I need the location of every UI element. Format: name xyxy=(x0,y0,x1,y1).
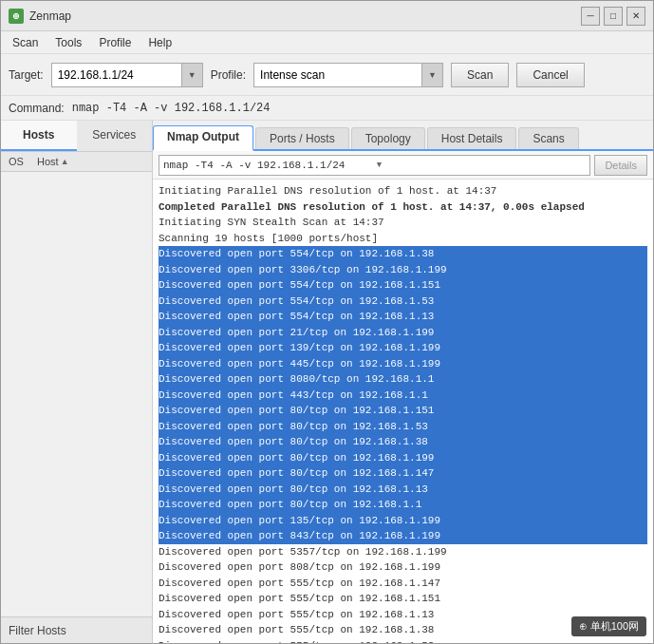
output-line: Discovered open port 80/tcp on 192.168.1… xyxy=(159,403,647,419)
maximize-button[interactable]: □ xyxy=(604,7,623,26)
os-column-header: OS xyxy=(5,154,33,169)
titlebar: ⊕ Zenmap ─ □ ✕ xyxy=(1,1,653,31)
profile-dropdown-arrow[interactable]: ▼ xyxy=(421,64,442,86)
output-line: Discovered open port 8080/tcp on 192.168… xyxy=(159,371,647,388)
output-line: Discovered open port 555/tcp on 192.168.… xyxy=(159,591,647,607)
output-line: Discovered open port 80/tcp on 192.168.1… xyxy=(159,434,647,450)
window-title: Zenmap xyxy=(29,9,71,23)
scan-button[interactable]: Scan xyxy=(451,63,509,87)
target-field[interactable]: ▼ xyxy=(51,63,203,87)
profile-input[interactable] xyxy=(258,68,420,82)
output-line: Discovered open port 3306/tcp on 192.168… xyxy=(159,262,647,278)
toolbar: Target: ▼ Profile: ▼ Scan Cancel xyxy=(1,54,653,96)
output-line: Discovered open port 135/tcp on 192.168.… xyxy=(159,513,647,529)
output-line: Discovered open port 21/tcp on 192.168.1… xyxy=(159,325,647,341)
command-bar: Command: xyxy=(1,96,653,121)
output-line: Discovered open port 554/tcp on 192.168.… xyxy=(159,294,647,310)
output-line: Discovered open port 139/tcp on 192.168.… xyxy=(159,340,647,356)
output-line: Discovered open port 555/tcp on 192.168.… xyxy=(159,607,647,623)
sidebar-tab-services[interactable]: Services xyxy=(77,121,153,151)
menu-help[interactable]: Help xyxy=(140,34,179,51)
command-select[interactable]: nmap -T4 -A -v 192.168.1.1/24 ▼ xyxy=(159,155,590,176)
output-toolbar: nmap -T4 -A -v 192.168.1.1/24 ▼ Details xyxy=(153,151,653,180)
host-column-header: Host ▲ xyxy=(33,154,148,169)
menubar: Scan Tools Profile Help xyxy=(1,31,653,54)
content-area: Nmap Output Ports / Hosts Topology Host … xyxy=(153,121,653,643)
command-label: Command: xyxy=(9,102,65,115)
sidebar-tabs: Hosts Services xyxy=(1,121,152,152)
tab-nmap-output[interactable]: Nmap Output xyxy=(153,125,253,151)
output-line: Initiating SYN Stealth Scan at 14:37 xyxy=(159,215,647,231)
main-area: Hosts Services OS Host ▲ Filter Hosts Nm… xyxy=(1,121,653,643)
sidebar: Hosts Services OS Host ▲ Filter Hosts xyxy=(1,121,153,643)
menu-tools[interactable]: Tools xyxy=(47,34,89,51)
output-line: Discovered open port 555/tcp on 192.168.… xyxy=(159,622,647,638)
output-line: Discovered open port 555/tcp on 192.168.… xyxy=(159,576,647,592)
profile-label: Profile: xyxy=(211,68,246,82)
output-line: Discovered open port 80/tcp on 192.168.1… xyxy=(159,465,647,482)
output-line: Initiating Parallel DNS resolution of 1 … xyxy=(159,183,647,199)
output-line: Discovered open port 80/tcp on 192.168.1… xyxy=(159,482,647,498)
output-line: Discovered open port 5357/tcp on 192.168… xyxy=(159,544,647,560)
cancel-button[interactable]: Cancel xyxy=(516,63,584,87)
sidebar-list-header: OS Host ▲ xyxy=(1,152,152,172)
output-line: Discovered open port 843/tcp on 192.168.… xyxy=(159,528,647,544)
sidebar-host-list[interactable] xyxy=(1,172,152,616)
tab-scans[interactable]: Scans xyxy=(518,127,578,149)
output-line: Discovered open port 808/tcp on 192.168.… xyxy=(159,559,647,576)
close-button[interactable]: ✕ xyxy=(626,7,645,26)
output-content[interactable]: Initiating Parallel DNS resolution of 1 … xyxy=(153,180,653,643)
output-line: Discovered open port 80/tcp on 192.168.1… xyxy=(159,419,647,435)
profile-field[interactable]: ▼ xyxy=(253,63,443,87)
tab-host-details[interactable]: Host Details xyxy=(427,127,517,149)
output-line: Discovered open port 80/tcp on 192.168.1… xyxy=(159,497,647,513)
tab-topology[interactable]: Topology xyxy=(351,127,425,149)
target-dropdown-arrow[interactable]: ▼ xyxy=(181,64,202,86)
output-line: Scanning 19 hosts [1000 ports/host] xyxy=(159,231,647,247)
tab-ports-hosts[interactable]: Ports / Hosts xyxy=(255,127,349,149)
minimize-button[interactable]: ─ xyxy=(581,7,600,26)
titlebar-left: ⊕ Zenmap xyxy=(9,9,71,24)
menu-profile[interactable]: Profile xyxy=(91,34,139,51)
output-line: Discovered open port 443/tcp on 192.168.… xyxy=(159,388,647,404)
command-input[interactable] xyxy=(72,102,645,115)
app-icon: ⊕ xyxy=(9,9,24,24)
command-select-value: nmap -T4 -A -v 192.168.1.1/24 xyxy=(163,160,373,171)
output-line: Discovered open port 554/tcp on 192.168.… xyxy=(159,246,647,262)
output-line: Discovered open port 554/tcp on 192.168.… xyxy=(159,277,647,294)
output-line: Discovered open port 445/tcp on 192.168.… xyxy=(159,356,647,372)
target-label: Target: xyxy=(9,68,44,82)
main-window: ⊕ Zenmap ─ □ ✕ Scan Tools Profile Help T… xyxy=(0,0,654,644)
filter-hosts-button[interactable]: Filter Hosts xyxy=(1,616,152,643)
output-line: Discovered open port 555/tcp on 192.168.… xyxy=(159,638,647,644)
details-button[interactable]: Details xyxy=(594,155,647,176)
output-line: Completed Parallel DNS resolution of 1 h… xyxy=(159,199,647,216)
output-line: Discovered open port 554/tcp on 192.168.… xyxy=(159,309,647,325)
output-line: Discovered open port 80/tcp on 192.168.1… xyxy=(159,450,647,466)
window-controls: ─ □ ✕ xyxy=(581,7,645,26)
tabs-bar: Nmap Output Ports / Hosts Topology Host … xyxy=(153,121,653,151)
command-select-arrow: ▼ xyxy=(377,161,587,170)
menu-scan[interactable]: Scan xyxy=(5,34,46,51)
sidebar-tab-hosts[interactable]: Hosts xyxy=(1,121,77,151)
target-input[interactable] xyxy=(56,68,178,82)
sort-arrow: ▲ xyxy=(61,157,69,166)
